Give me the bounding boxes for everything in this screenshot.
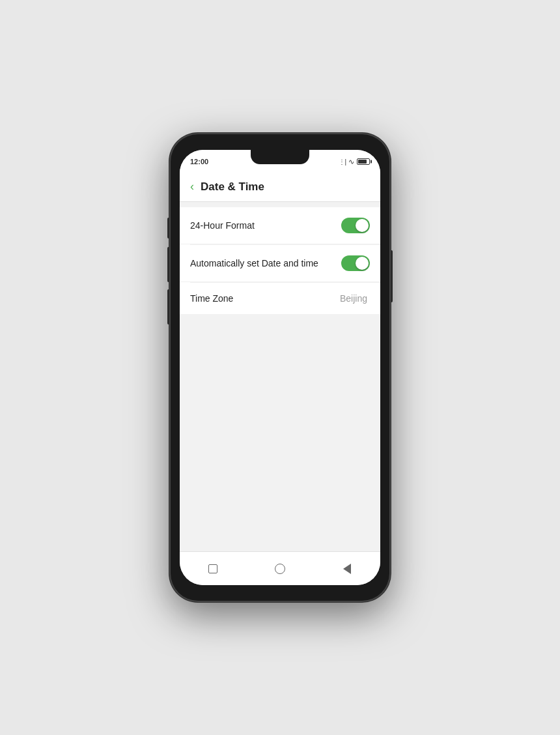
status-time: 12:00 [190,158,208,166]
power-button[interactable] [391,250,393,302]
recent-apps-icon [208,564,217,573]
mute-button[interactable] [167,218,169,238]
battery-icon [357,158,370,165]
auto-datetime-row[interactable]: Automatically set Date and time [180,245,380,282]
signal-icon: ⋮| [339,158,346,166]
home-icon [275,564,285,574]
auto-datetime-toggle[interactable] [341,255,370,271]
phone-device: 12:00 ⋮| ∿ ‹ Date & Time 24-Hour Format [169,133,391,602]
phone-screen: 12:00 ⋮| ∿ ‹ Date & Time 24-Hour Format [180,150,380,585]
status-icons: ⋮| ∿ [339,158,370,166]
wifi-icon: ∿ [348,158,354,166]
back-nav-icon [343,564,351,574]
24hour-format-row[interactable]: 24-Hour Format [180,207,380,244]
auto-datetime-toggle-knob [356,257,369,270]
notch [251,150,309,164]
recent-apps-button[interactable] [206,562,220,576]
back-button[interactable]: ‹ [190,180,194,194]
volume-down-button[interactable] [167,289,169,324]
status-bar: 12:00 ⋮| ∿ [180,150,380,173]
volume-up-button[interactable] [167,247,169,282]
nav-bar [180,551,380,585]
24hour-toggle[interactable] [341,218,370,233]
settings-card: 24-Hour Format Automatically set Date an… [180,207,380,314]
timezone-value: Beijing [340,293,367,304]
auto-datetime-label: Automatically set Date and time [190,258,341,268]
section-gap-top [180,202,380,207]
battery-fill [358,160,367,164]
timezone-row[interactable]: Time Zone Beijing [180,283,380,314]
timezone-label: Time Zone [190,293,340,304]
home-button[interactable] [273,562,287,576]
24hour-label: 24-Hour Format [190,220,341,231]
page-header: ‹ Date & Time [180,173,380,202]
page-title: Date & Time [201,180,264,194]
back-nav-button[interactable] [340,562,354,576]
24hour-toggle-knob [356,219,369,232]
settings-content: 24-Hour Format Automatically set Date an… [180,202,380,551]
